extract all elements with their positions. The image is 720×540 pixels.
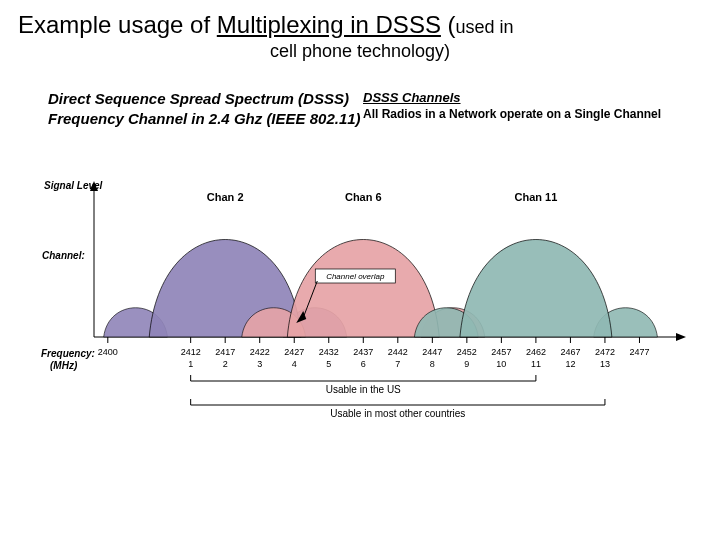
title-link-text: Multiplexing in DSSS — [217, 11, 441, 38]
tick-mhz: 2467 — [560, 347, 580, 357]
svg-marker-3 — [676, 333, 686, 341]
tick-channel: 8 — [430, 359, 435, 369]
slide-title: Example usage of Multiplexing in DSSS (u… — [0, 0, 720, 63]
tick-mhz: 2437 — [353, 347, 373, 357]
figure-subheading-line: All Radios in a Network operate on a Sin… — [363, 107, 661, 121]
tick-channel: 2 — [223, 359, 228, 369]
title-small-1: used in — [456, 17, 514, 37]
title-paren-open: ( — [441, 11, 456, 38]
figure-subheading: DSSS Channels All Radios in a Network op… — [363, 89, 661, 123]
tick-mhz: 2477 — [629, 347, 649, 357]
tick-channel: 12 — [565, 359, 575, 369]
tick-channel: 5 — [326, 359, 331, 369]
main-lobe — [460, 240, 612, 338]
tick-channel: 6 — [361, 359, 366, 369]
tick-mhz: 2432 — [319, 347, 339, 357]
channel-label: Chan 6 — [345, 191, 382, 203]
svg-text:Channel:: Channel: — [42, 250, 85, 261]
channel-label: Chan 2 — [207, 191, 244, 203]
range-label: Usable in most other countries — [330, 408, 465, 419]
tick-mhz: 2457 — [491, 347, 511, 357]
tick-mhz: 2417 — [215, 347, 235, 357]
svg-text:(MHz): (MHz) — [50, 360, 78, 371]
tick-mhz: 2400 — [98, 347, 118, 357]
tick-mhz: 2462 — [526, 347, 546, 357]
svg-text:Signal Level: Signal Level — [44, 180, 103, 191]
figure-heading-line2: Frequency Channel in 2.4 Ghz (IEEE 802.1… — [48, 110, 361, 127]
tick-mhz: 2412 — [181, 347, 201, 357]
tick-channel: 7 — [395, 359, 400, 369]
tick-mhz: 2452 — [457, 347, 477, 357]
svg-text:Frequency:: Frequency: — [41, 348, 95, 359]
title-prefix: Example usage of — [18, 11, 217, 38]
dsss-channel-plot: Signal LevelChannel:Frequency:(MHz)Chan … — [34, 147, 674, 367]
tick-channel: 13 — [600, 359, 610, 369]
tick-channel: 1 — [188, 359, 193, 369]
main-lobe — [287, 240, 439, 338]
tick-channel: 3 — [257, 359, 262, 369]
range-label: Usable in the US — [326, 384, 401, 395]
figure-heading-line1: Direct Sequence Spread Spectrum (DSSS) — [48, 90, 349, 107]
title-small-2: cell phone technology) — [140, 40, 580, 63]
tick-mhz: 2472 — [595, 347, 615, 357]
channel-label: Chan 11 — [515, 191, 558, 203]
tick-channel: 10 — [496, 359, 506, 369]
overlap-callout-text: Channel overlap — [326, 272, 385, 281]
tick-mhz: 2442 — [388, 347, 408, 357]
plot-svg: Signal LevelChannel:Frequency:(MHz)Chan … — [34, 147, 694, 447]
tick-channel: 4 — [292, 359, 297, 369]
figure-subheading-title: DSSS Channels — [363, 90, 461, 105]
tick-channel: 11 — [531, 359, 541, 369]
tick-channel: 9 — [464, 359, 469, 369]
tick-mhz: 2447 — [422, 347, 442, 357]
tick-mhz: 2422 — [250, 347, 270, 357]
tick-mhz: 2427 — [284, 347, 304, 357]
figure: Direct Sequence Spread Spectrum (DSSS) F… — [28, 89, 692, 368]
